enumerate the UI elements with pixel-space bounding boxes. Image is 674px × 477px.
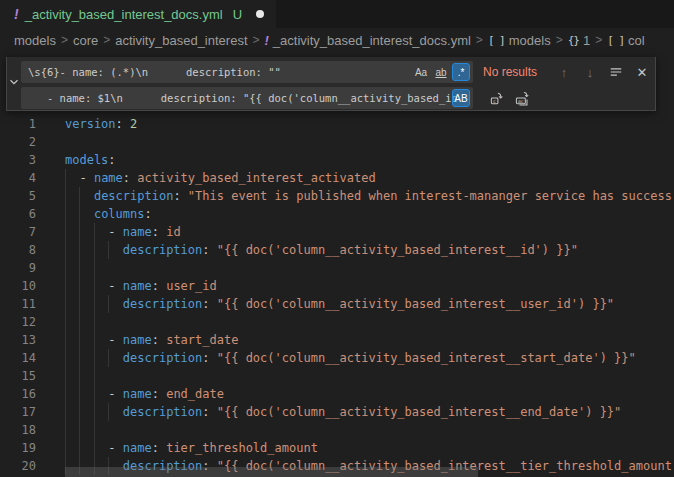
- breadcrumb-label: 1: [583, 33, 590, 48]
- code-text: - name: start_date: [65, 331, 238, 349]
- indent-guide: [65, 259, 66, 277]
- breadcrumb-label: models: [509, 33, 551, 48]
- code-lines: 1version: 223models:4 - name: activity_b…: [0, 115, 674, 475]
- line-number: 18: [0, 421, 36, 439]
- yaml-warning-icon: !: [265, 33, 269, 48]
- code-line: 17 description: "{{ doc('column__activit…: [0, 403, 674, 421]
- arrow-down-icon: ↓: [587, 65, 594, 80]
- code-line: 12: [0, 313, 674, 331]
- code-text: description: "This event is published wh…: [65, 187, 672, 205]
- yaml-file-icon: !: [14, 6, 19, 22]
- replace-all-button[interactable]: ac: [511, 88, 533, 108]
- code-line: 8 description: "{{ doc('column__activity…: [0, 241, 674, 259]
- line-number: 10: [0, 277, 36, 295]
- breadcrumb-separator-icon: >: [595, 33, 602, 47]
- line-number: 7: [0, 223, 36, 241]
- line-number: 13: [0, 331, 36, 349]
- line-number: 14: [0, 349, 36, 367]
- indent-guide: [65, 367, 66, 385]
- line-number: 16: [0, 385, 36, 403]
- code-line: 2: [0, 133, 674, 151]
- symbol-array-icon: [ ]: [488, 34, 505, 47]
- indent-guide: [79, 259, 80, 277]
- line-number: 12: [0, 313, 36, 331]
- code-line: 4 - name: activity_based_interest_activa…: [0, 169, 674, 187]
- regex-toggle[interactable]: .*: [452, 63, 470, 81]
- code-line: 3models:: [0, 151, 674, 169]
- code-line: 19 - name: tier_threshold_amount: [0, 439, 674, 457]
- code-line: 5 description: "This event is published …: [0, 187, 674, 205]
- svg-text:c: c: [493, 97, 496, 103]
- indent-guide: [94, 367, 95, 385]
- close-find-button[interactable]: ✕: [631, 62, 653, 82]
- line-number: 9: [0, 259, 36, 277]
- symbol-object-icon: {}: [568, 34, 579, 47]
- code-line: 10 - name: user_id: [0, 277, 674, 295]
- breadcrumb-item[interactable]: [ ]models: [488, 33, 551, 48]
- code-text: columns:: [65, 205, 152, 223]
- close-icon: ✕: [637, 65, 648, 80]
- line-number: 3: [0, 151, 36, 169]
- breadcrumb-item[interactable]: core: [73, 33, 98, 48]
- preserve-case-toggle[interactable]: AB: [452, 89, 470, 107]
- breadcrumb-label: _activity_based_interest_docs.yml: [273, 33, 471, 48]
- find-in-selection-button[interactable]: [605, 62, 627, 82]
- indent-guide: [94, 259, 95, 277]
- line-number: 20: [0, 457, 36, 475]
- breadcrumb-separator-icon: >: [61, 33, 68, 47]
- replace-input[interactable]: - name: $1\n description: "{{ doc('colum…: [21, 87, 473, 109]
- match-case-toggle[interactable]: Aa: [412, 63, 430, 81]
- replace-text: - name: $1\n description: "{{ doc('colum…: [28, 87, 458, 109]
- replace-icon: c: [489, 91, 504, 106]
- breadcrumb-item[interactable]: activity_based_interest: [115, 33, 247, 48]
- arrow-up-icon: ↑: [561, 65, 568, 80]
- breadcrumb-item[interactable]: [ ]col: [607, 33, 645, 48]
- svg-text:ac: ac: [517, 97, 523, 103]
- toggle-replace-button[interactable]: [7, 57, 21, 110]
- chevron-down-icon: [7, 75, 21, 93]
- line-number: 6: [0, 205, 36, 223]
- find-input[interactable]: \s{6}- name: (.*)\n description: "" Aa a…: [21, 61, 473, 83]
- indent-guide: [94, 421, 95, 439]
- breadcrumb-label: col: [628, 33, 645, 48]
- unsaved-changes-icon[interactable]: [256, 10, 264, 18]
- find-replace-widget: \s{6}- name: (.*)\n description: "" Aa a…: [6, 57, 656, 111]
- code-editor[interactable]: 1version: 223models:4 - name: activity_b…: [0, 52, 674, 477]
- code-text: - name: activity_based_interest_activate…: [65, 169, 376, 187]
- line-number: 5: [0, 187, 36, 205]
- line-number: 15: [0, 367, 36, 385]
- replace-button[interactable]: c: [485, 88, 507, 108]
- breadcrumb-label: core: [73, 33, 98, 48]
- breadcrumb-item[interactable]: models: [14, 33, 56, 48]
- breadcrumb-label: activity_based_interest: [115, 33, 247, 48]
- line-number: 11: [0, 295, 36, 313]
- code-line: 16 - name: end_date: [0, 385, 674, 403]
- indent-guide: [79, 421, 80, 439]
- find-query-text: \s{6}- name: (.*)\n description: "": [28, 61, 281, 83]
- code-text: description: "{{ doc('column__activity_b…: [65, 403, 621, 421]
- find-results-status: No results: [483, 65, 549, 79]
- code-text: version: 2: [65, 115, 137, 133]
- code-text: - name: end_date: [65, 385, 224, 403]
- horizontal-scrollbar[interactable]: [65, 467, 478, 477]
- breadcrumb-separator-icon: >: [253, 33, 260, 47]
- editor-tab[interactable]: ! _activity_based_interest_docs.yml U: [0, 0, 276, 28]
- indent-guide: [79, 367, 80, 385]
- line-number: 4: [0, 169, 36, 187]
- next-match-button[interactable]: ↓: [579, 62, 601, 82]
- breadcrumb-item[interactable]: !_activity_based_interest_docs.yml: [265, 33, 471, 48]
- code-line: 1version: 2: [0, 115, 674, 133]
- code-line: 15: [0, 367, 674, 385]
- line-number: 2: [0, 133, 36, 151]
- indent-guide: [65, 421, 66, 439]
- replace-all-icon: ac: [515, 91, 530, 106]
- code-line: 11 description: "{{ doc('column__activit…: [0, 295, 674, 313]
- whole-word-toggle[interactable]: ab: [432, 63, 450, 81]
- tab-bar: ! _activity_based_interest_docs.yml U: [0, 0, 674, 28]
- vscode-window: ! _activity_based_interest_docs.yml U mo…: [0, 0, 674, 477]
- code-text: description: "{{ doc('column__activity_b…: [65, 241, 578, 259]
- previous-match-button[interactable]: ↑: [553, 62, 575, 82]
- breadcrumb-item[interactable]: {}1: [568, 33, 590, 48]
- line-number: 17: [0, 403, 36, 421]
- code-line: 9: [0, 259, 674, 277]
